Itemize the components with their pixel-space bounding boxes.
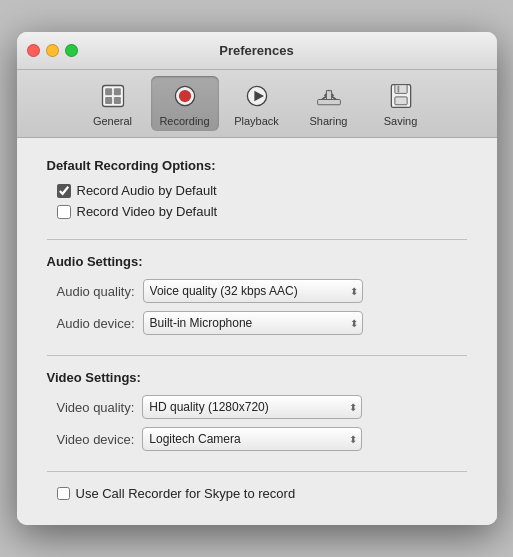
svg-rect-2 — [113, 88, 120, 95]
default-recording-section: Default Recording Options: Record Audio … — [47, 158, 467, 219]
record-audio-label: Record Audio by Default — [77, 183, 217, 198]
audio-quality-wrapper: Voice quality (32 kbps AAC) Music qualit… — [143, 279, 363, 303]
video-settings-section: Video Settings: Video quality: HD qualit… — [47, 370, 467, 451]
svg-rect-4 — [113, 97, 120, 104]
divider-1 — [47, 239, 467, 240]
audio-quality-select[interactable]: Voice quality (32 kbps AAC) Music qualit… — [143, 279, 363, 303]
skype-checkbox[interactable] — [57, 487, 70, 500]
skype-row: Use Call Recorder for Skype to record — [47, 486, 467, 501]
svg-rect-10 — [317, 100, 340, 105]
preferences-window: Preferences General — [17, 32, 497, 525]
audio-device-label: Audio device: — [57, 316, 135, 331]
svg-rect-14 — [397, 86, 399, 93]
general-label: General — [93, 115, 132, 127]
recording-label: Recording — [159, 115, 209, 127]
playback-label: Playback — [234, 115, 279, 127]
saving-label: Saving — [384, 115, 418, 127]
audio-settings-title: Audio Settings: — [47, 254, 467, 269]
skype-label: Use Call Recorder for Skype to record — [76, 486, 296, 501]
divider-3 — [47, 471, 467, 472]
record-audio-row: Record Audio by Default — [47, 183, 467, 198]
video-settings-title: Video Settings: — [47, 370, 467, 385]
default-recording-title: Default Recording Options: — [47, 158, 467, 173]
close-button[interactable] — [27, 44, 40, 57]
record-video-row: Record Video by Default — [47, 204, 467, 219]
window-title: Preferences — [219, 43, 293, 58]
maximize-button[interactable] — [65, 44, 78, 57]
audio-settings-grid: Audio quality: Voice quality (32 kbps AA… — [47, 279, 467, 335]
video-quality-select[interactable]: HD quality (1280x720) SD quality (640x48… — [142, 395, 362, 419]
sharing-icon — [313, 80, 345, 112]
minimize-button[interactable] — [46, 44, 59, 57]
svg-point-6 — [178, 90, 190, 102]
video-device-wrapper: Logitech Camera FaceTime HD Camera No Vi… — [142, 427, 362, 451]
title-bar: Preferences — [17, 32, 497, 70]
traffic-lights — [27, 44, 78, 57]
content-area: Default Recording Options: Record Audio … — [17, 138, 497, 525]
video-quality-label: Video quality: — [57, 400, 135, 415]
toolbar: General Recording Playback — [17, 70, 497, 138]
video-device-select[interactable]: Logitech Camera FaceTime HD Camera No Vi… — [142, 427, 362, 451]
toolbar-item-sharing[interactable]: Sharing — [295, 76, 363, 131]
audio-device-select[interactable]: Built-in Microphone External Microphone … — [143, 311, 363, 335]
svg-rect-3 — [105, 97, 112, 104]
audio-settings-section: Audio Settings: Audio quality: Voice qua… — [47, 254, 467, 335]
audio-quality-label: Audio quality: — [57, 284, 135, 299]
recording-icon — [169, 80, 201, 112]
record-video-checkbox[interactable] — [57, 205, 71, 219]
svg-rect-1 — [105, 88, 112, 95]
general-icon — [97, 80, 129, 112]
saving-icon — [385, 80, 417, 112]
svg-rect-9 — [326, 91, 331, 100]
playback-icon — [241, 80, 273, 112]
sharing-label: Sharing — [310, 115, 348, 127]
audio-device-wrapper: Built-in Microphone External Microphone … — [143, 311, 363, 335]
divider-2 — [47, 355, 467, 356]
video-settings-grid: Video quality: HD quality (1280x720) SD … — [47, 395, 467, 451]
svg-rect-13 — [394, 97, 406, 105]
video-device-label: Video device: — [57, 432, 135, 447]
record-audio-checkbox[interactable] — [57, 184, 71, 198]
toolbar-item-general[interactable]: General — [79, 76, 147, 131]
svg-rect-12 — [394, 85, 406, 94]
toolbar-item-recording[interactable]: Recording — [151, 76, 219, 131]
video-quality-wrapper: HD quality (1280x720) SD quality (640x48… — [142, 395, 362, 419]
toolbar-item-playback[interactable]: Playback — [223, 76, 291, 131]
record-video-label: Record Video by Default — [77, 204, 218, 219]
toolbar-item-saving[interactable]: Saving — [367, 76, 435, 131]
